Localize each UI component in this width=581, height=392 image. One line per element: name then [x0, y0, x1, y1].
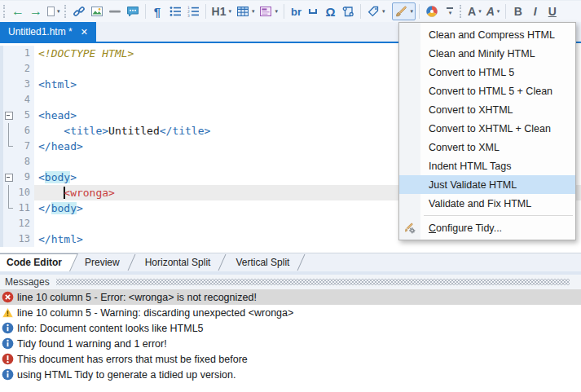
- message-row[interactable]: line 10 column 5 - Error: <wronga> is no…: [0, 289, 581, 305]
- message-row[interactable]: line 10 column 5 - Warning: discarding u…: [0, 305, 581, 320]
- view-tab-horizontal-split[interactable]: Horizontal Split: [139, 253, 221, 271]
- fold-gutter: [3, 154, 14, 170]
- line-number: 2: [14, 61, 34, 77]
- table-dropdown-button[interactable]: ▾: [234, 2, 257, 20]
- insert-link-button[interactable]: [70, 2, 88, 20]
- message-row[interactable]: Info: Document content looks like HTML5: [0, 320, 581, 336]
- menu-item-validate-and-fix-html[interactable]: Validate and Fix HTML: [399, 194, 575, 213]
- insert-image-button[interactable]: [88, 2, 106, 20]
- font-dropdown-button[interactable]: A▾: [465, 2, 484, 20]
- line-break-icon: br: [291, 6, 302, 18]
- italic-button[interactable]: I: [526, 2, 544, 20]
- fold-gutter: [3, 92, 14, 108]
- menu-separator: [424, 215, 573, 216]
- forward-arrow-icon: →: [29, 5, 42, 18]
- message-text: This document has errors that must be fi…: [17, 354, 248, 365]
- menu-item-label: Convert to HTML 5: [429, 67, 514, 78]
- menu-item-convert-to-xml[interactable]: Convert to XML: [399, 138, 575, 156]
- nbsp-icon: [309, 9, 317, 14]
- menu-item-indent-html-tags[interactable]: Indent HTML Tags: [399, 156, 575, 175]
- fold-gutter: [3, 77, 14, 92]
- menu-item-convert-to-html-5-clean[interactable]: Convert to HTML 5 + Clean: [399, 81, 575, 100]
- message-row[interactable]: This document has errors that must be fi…: [0, 351, 581, 367]
- line-number: 7: [14, 139, 34, 154]
- bold-button[interactable]: B: [509, 2, 526, 20]
- line-number: 1: [14, 46, 34, 61]
- fold-gutter: [3, 216, 14, 231]
- menu-item-configure-tidy[interactable]: Configure Tidy...: [399, 218, 575, 237]
- messages-header: Messages: [0, 275, 581, 289]
- image-icon: [90, 5, 103, 18]
- horizontal-rule-icon: [108, 5, 121, 18]
- forward-button[interactable]: →: [27, 2, 45, 20]
- insert-comment-button[interactable]: [124, 2, 142, 20]
- form-dropdown-button[interactable]: ▾: [257, 2, 280, 20]
- nbsp-button[interactable]: [305, 2, 322, 20]
- menu-item-label: Convert to XHTML + Clean: [429, 123, 551, 134]
- toolbar-separator: [205, 4, 206, 19]
- menu-item-label: Convert to XML: [429, 142, 500, 153]
- menu-item-convert-to-xhtml[interactable]: Convert to XHTML: [399, 100, 575, 119]
- color-picker-button[interactable]: [423, 2, 441, 20]
- toolbar-overflow-button[interactable]: ▾: [441, 2, 458, 20]
- view-tab-label: Code Editor: [7, 257, 62, 268]
- chevron-down-icon: ▾: [57, 8, 60, 15]
- script-icon: [341, 5, 354, 18]
- menu-item-convert-to-html-5[interactable]: Convert to HTML 5: [399, 63, 575, 81]
- fold-gutter: [3, 139, 14, 154]
- heading-dropdown-button[interactable]: H1▾: [209, 2, 234, 20]
- message-row[interactable]: Tidy found 1 warning and 1 error!: [0, 336, 581, 351]
- message-text: Tidy found 1 warning and 1 error!: [17, 338, 167, 350]
- line-break-button[interactable]: br: [288, 2, 305, 20]
- special-char-button[interactable]: Ω: [322, 2, 339, 20]
- view-tab-label: Preview: [85, 257, 120, 268]
- heading-icon: H1: [212, 5, 227, 18]
- tidy-dropdown-menu: Clean and Compress HTMLClean and Minify …: [398, 22, 576, 240]
- view-tab-vertical-split[interactable]: Vertical Split: [229, 253, 299, 271]
- info-icon: [2, 322, 14, 334]
- error-bang-icon: [2, 353, 14, 365]
- fold-gutter: [3, 123, 14, 139]
- line-number: 5: [14, 108, 34, 123]
- font-style-dropdown-button[interactable]: A▾: [484, 2, 503, 20]
- script-button[interactable]: [339, 2, 357, 20]
- line-number: 12: [14, 216, 34, 231]
- menu-item-label: Validate and Fix HTML: [429, 198, 531, 209]
- back-button[interactable]: ←: [9, 2, 27, 20]
- underline-icon: U: [548, 5, 557, 18]
- document-tab[interactable]: Untitled1.htm * ✕: [0, 22, 96, 42]
- line-number: 11: [14, 200, 34, 216]
- font-icon: A: [468, 5, 476, 18]
- color-wheel-icon: [425, 5, 438, 18]
- chevron-down-icon: ▾: [410, 8, 413, 15]
- messages-header-label: Messages: [5, 276, 50, 288]
- toolbar-grip: [460, 5, 462, 18]
- menu-item-clean-and-compress-html[interactable]: Clean and Compress HTML: [399, 25, 575, 44]
- menu-item-clean-and-minify-html[interactable]: Clean and Minify HTML: [399, 44, 575, 63]
- fold-collapse-icon[interactable]: [3, 170, 14, 185]
- fold-collapse-icon[interactable]: [3, 108, 14, 123]
- history-dropdown-button[interactable]: ▾: [45, 2, 63, 20]
- message-row[interactable]: using HTML Tidy to generate a tidied up …: [0, 367, 581, 382]
- underline-button[interactable]: U: [544, 2, 561, 20]
- toolbar-separator: [360, 4, 361, 19]
- insert-hr-button[interactable]: [106, 2, 124, 20]
- tab-close-icon[interactable]: ✕: [81, 28, 88, 37]
- ordered-list-button[interactable]: 123: [184, 2, 202, 20]
- paragraph-button[interactable]: ¶: [149, 2, 166, 20]
- form-icon: [259, 5, 272, 18]
- info-icon: [2, 337, 14, 350]
- view-tab-preview[interactable]: Preview: [78, 253, 130, 271]
- unordered-list-button[interactable]: [166, 2, 184, 20]
- italic-icon: I: [534, 5, 537, 18]
- history-page-icon: [47, 7, 55, 16]
- special-char-icon: Ω: [325, 5, 335, 19]
- view-tab-code-editor[interactable]: Code Editor: [0, 253, 78, 271]
- back-arrow-icon: ←: [11, 5, 24, 18]
- menu-item-label: Convert to HTML 5 + Clean: [429, 86, 552, 97]
- tag-dropdown-button[interactable]: ▾: [364, 2, 388, 20]
- tidy-dropdown-button[interactable]: ▾: [392, 2, 416, 20]
- menu-item-convert-to-xhtml-clean[interactable]: Convert to XHTML + Clean: [399, 119, 575, 138]
- fold-gutter: [3, 231, 14, 247]
- menu-item-just-validate-html[interactable]: Just Validate HTML: [399, 175, 575, 194]
